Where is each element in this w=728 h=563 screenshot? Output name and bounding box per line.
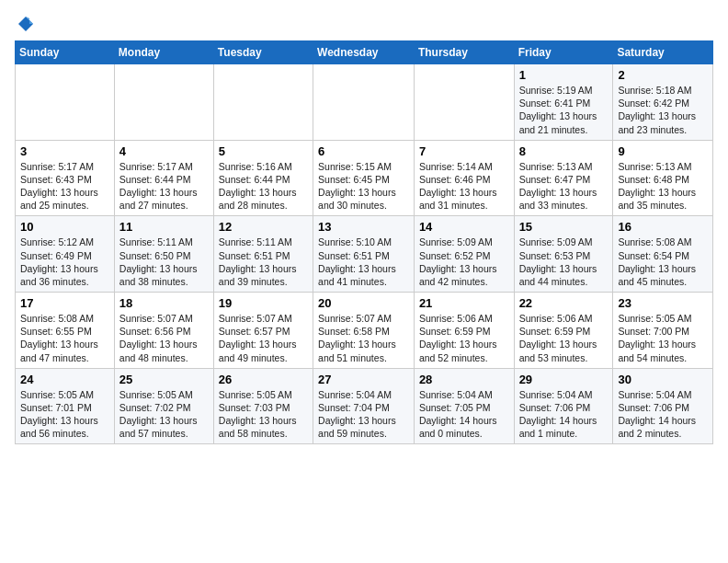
calendar-day-cell [16, 64, 115, 141]
calendar-day-cell: 19Sunrise: 5:07 AM Sunset: 6:57 PM Dayli… [213, 293, 313, 369]
day-number: 26 [219, 373, 308, 386]
day-number: 9 [618, 144, 708, 158]
calendar: SundayMondayTuesdayWednesdayThursdayFrid… [15, 40, 713, 444]
day-number: 25 [119, 373, 209, 386]
day-info: Sunrise: 5:06 AM Sunset: 6:59 PM Dayligh… [419, 312, 509, 364]
calendar-day-cell: 17Sunrise: 5:08 AM Sunset: 6:55 PM Dayli… [16, 293, 115, 369]
calendar-day-cell: 12Sunrise: 5:11 AM Sunset: 6:51 PM Dayli… [213, 216, 313, 293]
day-of-week-header: Wednesday [313, 41, 415, 64]
day-info: Sunrise: 5:05 AM Sunset: 7:01 PM Dayligh… [20, 388, 109, 441]
calendar-day-cell: 20Sunrise: 5:07 AM Sunset: 6:58 PM Dayli… [313, 293, 415, 369]
calendar-day-cell: 3Sunrise: 5:17 AM Sunset: 6:43 PM Daylig… [16, 140, 115, 216]
calendar-day-cell: 16Sunrise: 5:08 AM Sunset: 6:54 PM Dayli… [613, 216, 713, 293]
calendar-week-row: 3Sunrise: 5:17 AM Sunset: 6:43 PM Daylig… [16, 140, 713, 216]
calendar-day-cell: 24Sunrise: 5:05 AM Sunset: 7:01 PM Dayli… [16, 368, 115, 444]
day-number: 19 [219, 296, 308, 310]
day-info: Sunrise: 5:11 AM Sunset: 6:51 PM Dayligh… [219, 236, 308, 288]
day-number: 20 [318, 296, 409, 310]
calendar-header-row: SundayMondayTuesdayWednesdayThursdayFrid… [16, 41, 713, 64]
day-info: Sunrise: 5:10 AM Sunset: 6:51 PM Dayligh… [318, 236, 409, 288]
day-info: Sunrise: 5:07 AM Sunset: 6:57 PM Dayligh… [219, 312, 308, 364]
day-info: Sunrise: 5:19 AM Sunset: 6:41 PM Dayligh… [519, 84, 609, 136]
day-number: 30 [618, 373, 708, 386]
day-info: Sunrise: 5:08 AM Sunset: 6:54 PM Dayligh… [618, 236, 708, 288]
day-number: 1 [519, 68, 609, 82]
calendar-week-row: 24Sunrise: 5:05 AM Sunset: 7:01 PM Dayli… [16, 368, 713, 444]
day-number: 4 [119, 144, 209, 158]
day-info: Sunrise: 5:18 AM Sunset: 6:42 PM Dayligh… [618, 84, 708, 136]
calendar-day-cell: 22Sunrise: 5:06 AM Sunset: 6:59 PM Dayli… [514, 293, 613, 369]
calendar-day-cell: 30Sunrise: 5:04 AM Sunset: 7:06 PM Dayli… [613, 368, 713, 444]
day-number: 12 [219, 220, 308, 234]
day-number: 13 [318, 220, 409, 234]
day-number: 18 [119, 296, 209, 310]
calendar-day-cell: 6Sunrise: 5:15 AM Sunset: 6:45 PM Daylig… [313, 140, 415, 216]
calendar-day-cell [114, 64, 213, 141]
day-number: 5 [219, 144, 308, 158]
day-info: Sunrise: 5:05 AM Sunset: 7:00 PM Dayligh… [618, 312, 708, 364]
calendar-day-cell: 21Sunrise: 5:06 AM Sunset: 6:59 PM Dayli… [414, 293, 514, 369]
day-number: 7 [419, 144, 509, 158]
calendar-day-cell: 8Sunrise: 5:13 AM Sunset: 6:47 PM Daylig… [514, 140, 613, 216]
day-number: 29 [519, 373, 609, 386]
day-number: 16 [618, 220, 708, 234]
day-of-week-header: Thursday [414, 41, 514, 64]
calendar-week-row: 10Sunrise: 5:12 AM Sunset: 6:49 PM Dayli… [16, 216, 713, 293]
calendar-day-cell [213, 64, 313, 141]
day-info: Sunrise: 5:17 AM Sunset: 6:44 PM Dayligh… [119, 160, 209, 213]
calendar-day-cell: 7Sunrise: 5:14 AM Sunset: 6:46 PM Daylig… [414, 140, 514, 216]
day-info: Sunrise: 5:16 AM Sunset: 6:44 PM Dayligh… [219, 160, 308, 213]
calendar-day-cell: 13Sunrise: 5:10 AM Sunset: 6:51 PM Dayli… [313, 216, 415, 293]
day-info: Sunrise: 5:04 AM Sunset: 7:05 PM Dayligh… [419, 388, 509, 441]
day-number: 27 [318, 373, 409, 386]
day-info: Sunrise: 5:04 AM Sunset: 7:06 PM Dayligh… [519, 388, 609, 441]
day-info: Sunrise: 5:07 AM Sunset: 6:58 PM Dayligh… [318, 312, 409, 364]
day-of-week-header: Saturday [613, 41, 713, 64]
calendar-day-cell: 10Sunrise: 5:12 AM Sunset: 6:49 PM Dayli… [16, 216, 115, 293]
day-info: Sunrise: 5:06 AM Sunset: 6:59 PM Dayligh… [519, 312, 609, 364]
logo-icon [17, 15, 35, 33]
calendar-day-cell: 18Sunrise: 5:07 AM Sunset: 6:56 PM Dayli… [114, 293, 213, 369]
calendar-day-cell [313, 64, 415, 141]
calendar-week-row: 1Sunrise: 5:19 AM Sunset: 6:41 PM Daylig… [16, 64, 713, 141]
calendar-day-cell: 5Sunrise: 5:16 AM Sunset: 6:44 PM Daylig… [213, 140, 313, 216]
day-of-week-header: Tuesday [213, 41, 313, 64]
calendar-day-cell: 14Sunrise: 5:09 AM Sunset: 6:52 PM Dayli… [414, 216, 514, 293]
day-number: 14 [419, 220, 509, 234]
day-number: 28 [419, 373, 509, 386]
calendar-day-cell: 28Sunrise: 5:04 AM Sunset: 7:05 PM Dayli… [414, 368, 514, 444]
day-number: 22 [519, 296, 609, 310]
day-of-week-header: Friday [514, 41, 613, 64]
day-info: Sunrise: 5:12 AM Sunset: 6:49 PM Dayligh… [20, 236, 109, 288]
logo [15, 15, 35, 33]
day-of-week-header: Monday [114, 41, 213, 64]
calendar-day-cell: 11Sunrise: 5:11 AM Sunset: 6:50 PM Dayli… [114, 216, 213, 293]
day-number: 3 [20, 144, 109, 158]
day-of-week-header: Sunday [16, 41, 115, 64]
day-info: Sunrise: 5:04 AM Sunset: 7:04 PM Dayligh… [318, 388, 409, 441]
day-number: 2 [618, 68, 708, 82]
day-info: Sunrise: 5:08 AM Sunset: 6:55 PM Dayligh… [20, 312, 109, 364]
day-info: Sunrise: 5:13 AM Sunset: 6:47 PM Dayligh… [519, 160, 609, 213]
calendar-day-cell: 9Sunrise: 5:13 AM Sunset: 6:48 PM Daylig… [613, 140, 713, 216]
day-info: Sunrise: 5:14 AM Sunset: 6:46 PM Dayligh… [419, 160, 509, 213]
day-number: 17 [20, 296, 109, 310]
day-info: Sunrise: 5:15 AM Sunset: 6:45 PM Dayligh… [318, 160, 409, 213]
day-info: Sunrise: 5:05 AM Sunset: 7:02 PM Dayligh… [119, 388, 209, 441]
calendar-day-cell [414, 64, 514, 141]
day-info: Sunrise: 5:09 AM Sunset: 6:53 PM Dayligh… [519, 236, 609, 288]
calendar-day-cell: 23Sunrise: 5:05 AM Sunset: 7:00 PM Dayli… [613, 293, 713, 369]
calendar-day-cell: 1Sunrise: 5:19 AM Sunset: 6:41 PM Daylig… [514, 64, 613, 141]
calendar-day-cell: 25Sunrise: 5:05 AM Sunset: 7:02 PM Dayli… [114, 368, 213, 444]
day-info: Sunrise: 5:09 AM Sunset: 6:52 PM Dayligh… [419, 236, 509, 288]
calendar-day-cell: 15Sunrise: 5:09 AM Sunset: 6:53 PM Dayli… [514, 216, 613, 293]
calendar-day-cell: 29Sunrise: 5:04 AM Sunset: 7:06 PM Dayli… [514, 368, 613, 444]
day-info: Sunrise: 5:13 AM Sunset: 6:48 PM Dayligh… [618, 160, 708, 213]
day-info: Sunrise: 5:07 AM Sunset: 6:56 PM Dayligh… [119, 312, 209, 364]
page-header [15, 15, 713, 33]
day-number: 24 [20, 373, 109, 386]
day-number: 21 [419, 296, 509, 310]
calendar-day-cell: 4Sunrise: 5:17 AM Sunset: 6:44 PM Daylig… [114, 140, 213, 216]
day-number: 8 [519, 144, 609, 158]
day-info: Sunrise: 5:05 AM Sunset: 7:03 PM Dayligh… [219, 388, 308, 441]
